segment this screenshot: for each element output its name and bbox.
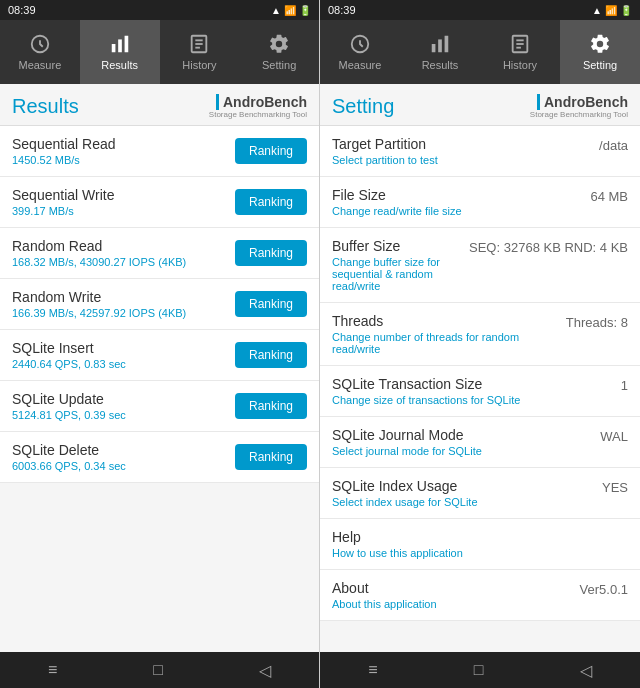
- result-value-2: 168.32 MB/s, 43090.27 IOPS (4KB): [12, 256, 186, 268]
- svg-rect-3: [124, 36, 128, 53]
- ranking-btn-1[interactable]: Ranking: [235, 189, 307, 215]
- setting-text-8: About About this application: [332, 580, 572, 610]
- svg-rect-11: [445, 36, 449, 53]
- result-text-5: SQLite Update 5124.81 QPS, 0.39 sec: [12, 391, 126, 421]
- result-value-6: 6003.66 QPS, 0.34 sec: [12, 460, 126, 472]
- result-item: Random Read 168.32 MB/s, 43090.27 IOPS (…: [0, 228, 319, 279]
- result-text-6: SQLite Delete 6003.66 QPS, 0.34 sec: [12, 442, 126, 472]
- setting-name-0: Target Partition: [332, 136, 591, 152]
- setting-item[interactable]: About About this application Ver5.0.1: [320, 570, 640, 621]
- right-panel: 08:39 ▲ 📶 🔋 Measure Results: [320, 0, 640, 688]
- result-text-4: SQLite Insert 2440.64 QPS, 0.83 sec: [12, 340, 126, 370]
- result-name-0: Sequential Read: [12, 136, 116, 152]
- right-logo-main: AndroBench: [537, 94, 628, 110]
- left-status-bar: 08:39 ▲ 📶 🔋: [0, 0, 319, 20]
- setting-item[interactable]: SQLite Transaction Size Change size of t…: [320, 366, 640, 417]
- settings-list: Target Partition Select partition to tes…: [320, 126, 640, 621]
- setting-item[interactable]: Threads Change number of threads for ran…: [320, 303, 640, 366]
- left-time: 08:39: [8, 4, 36, 16]
- ranking-btn-5[interactable]: Ranking: [235, 393, 307, 419]
- right-bottom-nav: ≡ □ ◁: [320, 652, 640, 688]
- result-item: SQLite Insert 2440.64 QPS, 0.83 sec Rank…: [0, 330, 319, 381]
- right-results-icon: [429, 33, 451, 55]
- signal-icon: 📶: [284, 5, 296, 16]
- setting-value-0: /data: [599, 136, 628, 153]
- left-bottom-nav: ≡ □ ◁: [0, 652, 319, 688]
- result-value-1: 399.17 MB/s: [12, 205, 114, 217]
- setting-item[interactable]: SQLite Journal Mode Select journal mode …: [320, 417, 640, 468]
- left-nav-history-label: History: [182, 59, 216, 71]
- setting-text-0: Target Partition Select partition to tes…: [332, 136, 591, 166]
- result-text-3: Random Write 166.39 MB/s, 42597.92 IOPS …: [12, 289, 186, 319]
- setting-name-2: Buffer Size: [332, 238, 461, 254]
- setting-desc-6: Select index usage for SQLite: [332, 496, 594, 508]
- setting-name-6: SQLite Index Usage: [332, 478, 594, 494]
- setting-value-4: 1: [621, 376, 628, 393]
- setting-item[interactable]: Buffer Size Change buffer size for seque…: [320, 228, 640, 303]
- left-logo-sub: Storage Benchmarking Tool: [202, 110, 307, 119]
- left-nav-bar: Measure Results History: [0, 20, 319, 84]
- battery-icon: 🔋: [299, 5, 311, 16]
- setting-item[interactable]: File Size Change read/write file size 64…: [320, 177, 640, 228]
- setting-text-4: SQLite Transaction Size Change size of t…: [332, 376, 613, 406]
- setting-desc-4: Change size of transactions for SQLite: [332, 394, 613, 406]
- left-nav-results[interactable]: Results: [80, 20, 160, 84]
- right-status-icons: ▲ 📶 🔋: [592, 5, 632, 16]
- ranking-btn-4[interactable]: Ranking: [235, 342, 307, 368]
- right-home-btn[interactable]: □: [462, 657, 496, 683]
- history-icon: [188, 33, 210, 55]
- left-nav-measure[interactable]: Measure: [0, 20, 80, 84]
- left-section-header: Results AndroBench Storage Benchmarking …: [0, 84, 319, 126]
- setting-text-1: File Size Change read/write file size: [332, 187, 582, 217]
- setting-item[interactable]: Target Partition Select partition to tes…: [320, 126, 640, 177]
- left-content: Results AndroBench Storage Benchmarking …: [0, 84, 319, 652]
- setting-desc-5: Select journal mode for SQLite: [332, 445, 592, 457]
- setting-desc-0: Select partition to test: [332, 154, 591, 166]
- ranking-btn-2[interactable]: Ranking: [235, 240, 307, 266]
- right-nav-history-label: History: [503, 59, 537, 71]
- ranking-btn-6[interactable]: Ranking: [235, 444, 307, 470]
- right-nav-setting[interactable]: Setting: [560, 20, 640, 84]
- setting-name-1: File Size: [332, 187, 582, 203]
- left-panel: 08:39 ▲ 📶 🔋 Measure Results: [0, 0, 320, 688]
- result-name-4: SQLite Insert: [12, 340, 126, 356]
- left-nav-setting[interactable]: Setting: [239, 20, 319, 84]
- right-nav-results[interactable]: Results: [400, 20, 480, 84]
- home-btn[interactable]: □: [141, 657, 175, 683]
- right-nav-bar: Measure Results History Setting: [320, 20, 640, 84]
- setting-name-3: Threads: [332, 313, 558, 329]
- result-item: SQLite Update 5124.81 QPS, 0.39 sec Rank…: [0, 381, 319, 432]
- right-back-btn[interactable]: ◁: [568, 657, 604, 684]
- wifi-icon: ▲: [271, 5, 281, 16]
- setting-text-3: Threads Change number of threads for ran…: [332, 313, 558, 355]
- setting-desc-7: How to use this application: [332, 547, 620, 559]
- setting-value-3: Threads: 8: [566, 313, 628, 330]
- result-item: Sequential Read 1450.52 MB/s Ranking: [0, 126, 319, 177]
- results-icon: [109, 33, 131, 55]
- right-menu-btn[interactable]: ≡: [356, 657, 389, 683]
- setting-name-4: SQLite Transaction Size: [332, 376, 613, 392]
- setting-name-5: SQLite Journal Mode: [332, 427, 592, 443]
- setting-desc-3: Change number of threads for random read…: [332, 331, 558, 355]
- menu-btn[interactable]: ≡: [36, 657, 69, 683]
- right-section-header: Setting AndroBench Storage Benchmarking …: [320, 84, 640, 126]
- svg-rect-10: [438, 39, 442, 52]
- result-value-0: 1450.52 MB/s: [12, 154, 116, 166]
- back-btn[interactable]: ◁: [247, 657, 283, 684]
- setting-icon-left: [268, 33, 290, 55]
- setting-value-1: 64 MB: [590, 187, 628, 204]
- result-name-1: Sequential Write: [12, 187, 114, 203]
- result-name-2: Random Read: [12, 238, 186, 254]
- ranking-btn-0[interactable]: Ranking: [235, 138, 307, 164]
- right-nav-measure[interactable]: Measure: [320, 20, 400, 84]
- setting-item[interactable]: Help How to use this application: [320, 519, 640, 570]
- setting-item[interactable]: SQLite Index Usage Select index usage fo…: [320, 468, 640, 519]
- right-logo-sub: Storage Benchmarking Tool: [523, 110, 628, 119]
- left-logo: AndroBench Storage Benchmarking Tool: [202, 94, 307, 119]
- ranking-btn-3[interactable]: Ranking: [235, 291, 307, 317]
- right-nav-measure-label: Measure: [339, 59, 382, 71]
- right-nav-setting-label: Setting: [583, 59, 617, 71]
- result-text-2: Random Read 168.32 MB/s, 43090.27 IOPS (…: [12, 238, 186, 268]
- right-nav-history[interactable]: History: [480, 20, 560, 84]
- left-nav-history[interactable]: History: [160, 20, 240, 84]
